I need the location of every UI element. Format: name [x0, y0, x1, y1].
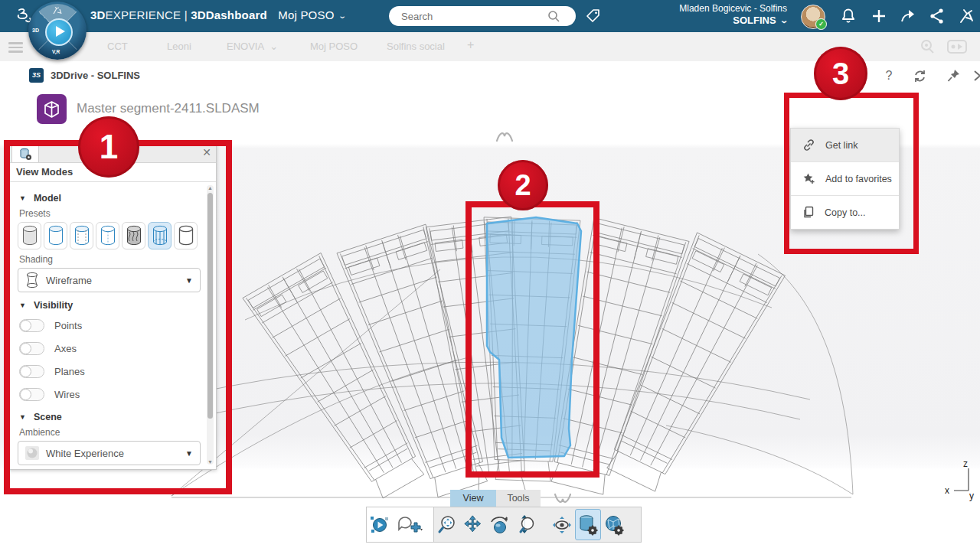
annotation-badge-3: 3 [814, 47, 867, 100]
brand-3d: 3D [90, 8, 106, 21]
app-name: 3DDashboard [191, 8, 267, 21]
pin-icon[interactable] [946, 68, 961, 83]
document-title: Master segment-2411.SLDASM [77, 101, 260, 116]
brand-experience: EXPERIENCE [106, 8, 181, 21]
render-settings-button[interactable] [601, 509, 627, 540]
annotation-badge-1: 1 [78, 116, 139, 178]
toolbar-group-left [366, 507, 434, 543]
view-modes-button-selected[interactable] [575, 509, 601, 540]
toolbar-group-view-tools [434, 507, 642, 543]
workspace-name[interactable]: Moj POSO [278, 8, 334, 21]
look-around-button[interactable] [549, 509, 575, 540]
collapse-panel-chevron-icon[interactable] [495, 132, 514, 143]
drive-title: 3DDrive - SOLFINS [51, 70, 140, 81]
tab-view[interactable]: View [450, 490, 496, 507]
compass-play-hub[interactable] [45, 18, 73, 46]
brand-pipe: | [185, 8, 188, 21]
status-online-badge: ✓ [815, 18, 827, 30]
avatar[interactable]: ✓ [801, 5, 825, 29]
global-search[interactable] [389, 6, 576, 26]
assembly-type-icon [37, 94, 67, 124]
tab-enovia[interactable]: ENOVIA ⌄ [227, 41, 278, 52]
axis-y-label: y [969, 491, 974, 501]
axis-z-label: z [963, 458, 968, 469]
compass-vr-label[interactable]: V,R [52, 49, 60, 54]
menu-hamburger-icon[interactable] [8, 42, 23, 55]
zoom-fit-button[interactable] [434, 509, 460, 540]
refresh-icon[interactable] [913, 69, 927, 83]
vplusr-icon[interactable] [957, 7, 975, 25]
pan-button[interactable] [460, 509, 486, 540]
user-org[interactable]: SOLFINS⌄ [679, 15, 787, 27]
collapse-toolbar-chevron-icon[interactable] [553, 492, 573, 504]
app-title: 3DEXPERIENCE | 3DDashboard Moj POSO⌄ [90, 8, 345, 21]
tab-leoni[interactable]: Leoni [167, 41, 191, 52]
tag-icon[interactable] [585, 8, 602, 24]
axis-x-label: x [945, 485, 949, 496]
compass-3d-label[interactable]: 3D [32, 28, 39, 33]
annotation-box-1 [4, 140, 232, 494]
add-content-icon[interactable] [870, 7, 888, 25]
panel-chevron-right-icon[interactable] [972, 70, 980, 82]
notifications-bell-icon[interactable] [839, 7, 858, 25]
3ddrive-app-icon: 3S [29, 68, 44, 83]
share-forward-icon[interactable] [899, 7, 917, 25]
search-tabs-icon[interactable] [919, 38, 936, 55]
annotation-box-3 [784, 93, 919, 254]
zoom-in-out-button[interactable] [512, 509, 538, 540]
help-button[interactable]: ? [879, 66, 899, 86]
tab-solfins-social[interactable]: Solfins social [387, 41, 445, 52]
tab-tools[interactable]: Tools [496, 490, 541, 507]
play-experience-button[interactable] [367, 509, 393, 540]
add-tab-button[interactable]: + [467, 38, 474, 52]
workspace-caret-icon[interactable]: ⌄ [338, 11, 347, 20]
tab-cct[interactable]: CCT [107, 41, 128, 52]
search-input[interactable] [400, 10, 541, 23]
media-icon[interactable] [946, 38, 968, 55]
search-icon[interactable] [547, 9, 560, 23]
user-block[interactable]: Mladen Bogicevic - Solfins SOLFINS⌄ [679, 3, 787, 27]
user-name: Mladen Bogicevic - Solfins [679, 3, 787, 15]
annotation-box-2 [466, 201, 599, 478]
compass-top-glyph [52, 7, 63, 16]
axes-triad [954, 468, 969, 491]
org-caret-icon[interactable]: ⌄ [779, 16, 789, 26]
tab-moj-poso[interactable]: Moj POSO [310, 41, 358, 52]
share-network-icon[interactable] [928, 7, 946, 25]
play-icon [56, 26, 65, 37]
3dcompass[interactable]: 3D V,R [28, 2, 87, 60]
3dexperience-app: 3DEXPERIENCE | 3DDashboard Moj POSO⌄ Mla… [0, 0, 980, 551]
annotation-badge-2: 2 [498, 160, 548, 210]
add-comment-button[interactable] [393, 509, 426, 540]
top-bar: 3DEXPERIENCE | 3DDashboard Moj POSO⌄ Mla… [0, 0, 980, 32]
rotate-button[interactable] [486, 509, 512, 540]
